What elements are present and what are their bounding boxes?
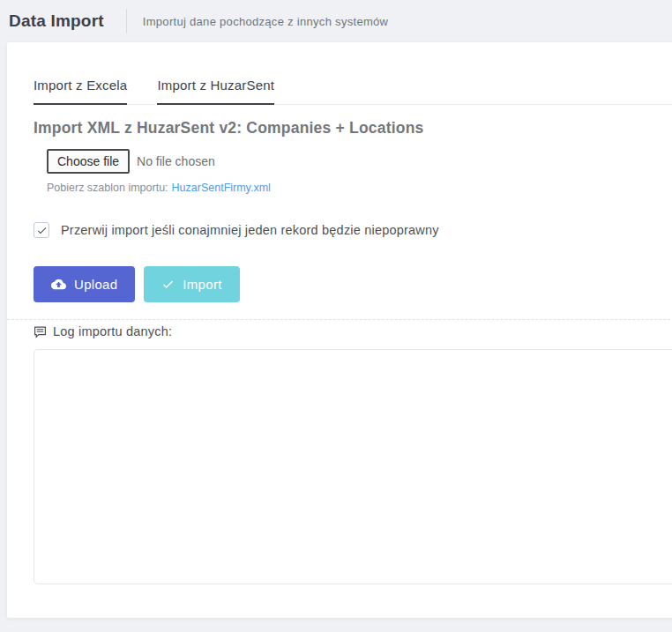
- import-button-label: Import: [183, 277, 221, 292]
- template-label: Pobierz szablon importu:: [47, 182, 168, 194]
- abort-on-error-row: Przerwij import jeśli conajmniej jeden r…: [34, 222, 672, 238]
- template-download-row: Pobierz szablon importu:HuzarSentFirmy.x…: [47, 182, 672, 194]
- comment-icon: [34, 325, 47, 338]
- page-subtitle: Importuj dane pochodzące z innych system…: [143, 15, 389, 28]
- header-divider: [126, 9, 127, 33]
- abort-on-error-checkbox[interactable]: [34, 222, 49, 238]
- upload-button[interactable]: Upload: [34, 266, 135, 302]
- log-header-row: Log importu danych:: [34, 324, 672, 338]
- content-card: Import z Excela Import z HuzarSent Impor…: [7, 42, 672, 618]
- file-input-row: Choose file No file chosen: [47, 149, 672, 174]
- abort-on-error-label: Przerwij import jeśli conajmniej jeden r…: [61, 223, 439, 237]
- tab-import-excel[interactable]: Import z Excela: [34, 78, 127, 105]
- dashed-divider: [7, 319, 672, 320]
- template-download-link[interactable]: HuzarSentFirmy.xml: [172, 182, 271, 194]
- checkmark-icon: [36, 225, 48, 236]
- top-header: Data Import Importuj dane pochodzące z i…: [0, 0, 672, 42]
- section-heading: Import XML z HuzarSent v2: Companies + L…: [34, 119, 672, 138]
- tab-bar: Import z Excela Import z HuzarSent: [34, 42, 672, 105]
- cloud-upload-icon: [51, 277, 66, 292]
- import-log-textarea[interactable]: [34, 349, 672, 584]
- check-icon: [161, 278, 175, 291]
- page-title: Data Import: [9, 11, 104, 31]
- file-chosen-status: No file chosen: [137, 154, 215, 168]
- upload-button-label: Upload: [74, 277, 117, 292]
- action-buttons: Upload Import: [34, 266, 672, 302]
- import-button[interactable]: Import: [144, 266, 239, 302]
- choose-file-button[interactable]: Choose file: [47, 149, 130, 174]
- tab-import-huzarsent[interactable]: Import z HuzarSent: [157, 78, 274, 105]
- log-label: Log importu danych:: [53, 324, 172, 338]
